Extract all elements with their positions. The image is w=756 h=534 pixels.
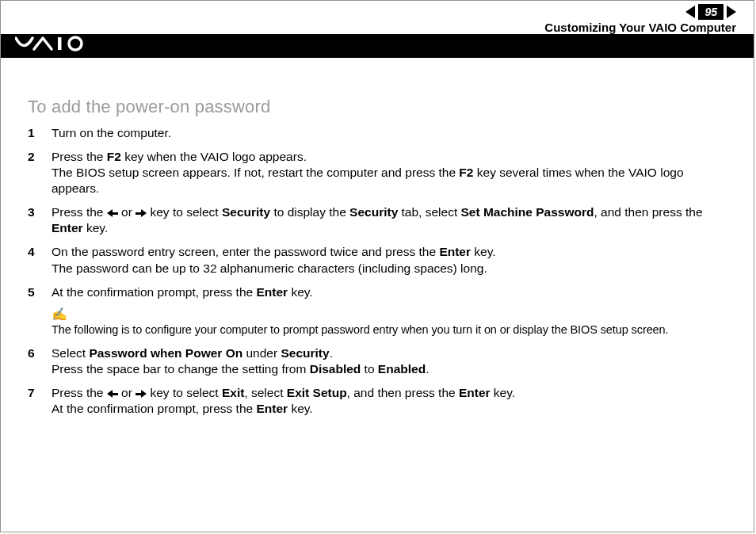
text: tab, select [398,205,460,219]
text: under [242,346,281,360]
menu-name: Security [281,346,329,360]
step-number: 5 [28,284,52,300]
step-1: 1 Turn on the computer. [28,125,735,141]
text: or [118,205,136,219]
text: , select [244,386,286,399]
text: key. [288,402,313,415]
text: Press the [52,205,107,219]
key-name: Enter [256,402,288,415]
menu-name: Security [222,205,270,219]
text: At the confirmation prompt, press the [52,285,256,299]
step-body: Select Password when Power On under Secu… [52,345,735,377]
note-icon: ✍ [52,308,735,321]
prev-page-icon[interactable] [685,6,695,18]
step-text: Turn on the computer. [52,126,171,139]
key-name: F2 [107,150,121,163]
key-name: Enter [256,285,288,299]
text: key when the VAIO logo appears. [121,150,307,163]
text: key to select [147,205,222,219]
text: to [361,362,378,376]
step-body: Press the F2 key when the VAIO logo appe… [52,149,735,196]
option-name: Exit Setup [287,386,347,399]
text: The BIOS setup screen appears. If not, r… [52,166,459,179]
note-text: The following is to configure your compu… [52,323,668,336]
text: At the confirmation prompt, press the [52,402,256,415]
steps-list-cont: 6 Select Password when Power On under Se… [28,345,735,418]
arrow-left-icon [107,209,118,217]
value-name: Disabled [310,362,361,376]
step-5: 5 At the confirmation prompt, press the … [28,284,735,300]
content-area: To add the power-on password 1 Turn on t… [28,96,735,425]
text: key. [491,386,516,399]
text: The password can be up to 32 alphanumeri… [52,261,487,275]
text: or [118,386,136,399]
step-number: 4 [28,244,52,276]
text: key. [288,285,313,299]
vaio-logo-icon [15,36,91,55]
page-nav: 95 [685,4,736,20]
breadcrumb: Customizing Your VAIO Computer [544,20,736,36]
key-name: F2 [459,166,473,179]
svg-point-1 [69,37,82,50]
page-number: 95 [698,4,724,20]
page-header: 95 Customizing Your VAIO Computer [1,1,754,23]
key-name: Enter [439,245,471,258]
text: key to select [147,386,222,399]
step-3: 3 Press the or key to select Security to… [28,204,735,236]
step-number: 2 [28,149,52,196]
note-block: ✍ The following is to configure your com… [52,308,735,338]
option-name: Set Machine Password [461,205,594,219]
svg-rect-0 [58,37,62,50]
step-body: At the confirmation prompt, press the En… [52,284,735,300]
option-name: Password when Power On [89,346,242,360]
arrow-left-icon [107,390,118,398]
step-body: Press the or key to select Security to d… [52,204,735,236]
menu-name: Exit [222,386,244,399]
text: , and then press the [594,205,703,219]
step-number: 1 [28,125,52,141]
text: . [426,362,429,376]
step-7: 7 Press the or key to select Exit, selec… [28,385,735,417]
document-page: 95 Customizing Your VAIO Computer To add… [0,0,754,532]
text: On the password entry screen, enter the … [52,245,439,258]
arrow-right-icon [136,209,147,217]
step-number: 7 [28,385,52,417]
arrow-right-icon [136,390,147,398]
text: . [330,346,333,360]
text: Select [52,346,89,360]
step-6: 6 Select Password when Power On under Se… [28,345,735,377]
text: key. [83,221,109,235]
key-name: Enter [52,221,83,235]
step-body: Turn on the computer. [52,125,735,141]
tab-name: Security [349,205,398,219]
key-name: Enter [459,386,491,399]
step-number: 6 [28,345,52,377]
steps-list: 1 Turn on the computer. 2 Press the F2 k… [28,125,735,300]
section-title: To add the power-on password [28,96,735,119]
brand-bar [1,34,754,58]
text: Press the space bar to change the settin… [52,362,310,376]
value-name: Enabled [378,362,426,376]
text: key. [471,245,496,258]
step-body: Press the or key to select Exit, select … [52,385,735,417]
step-4: 4 On the password entry screen, enter th… [28,244,735,276]
text: , and then press the [347,386,459,399]
step-body: On the password entry screen, enter the … [52,244,735,276]
step-number: 3 [28,204,52,236]
text: to display the [270,205,349,219]
text: Press the [52,386,107,399]
next-page-icon[interactable] [727,6,736,18]
step-2: 2 Press the F2 key when the VAIO logo ap… [28,149,735,196]
text: Press the [52,150,107,163]
